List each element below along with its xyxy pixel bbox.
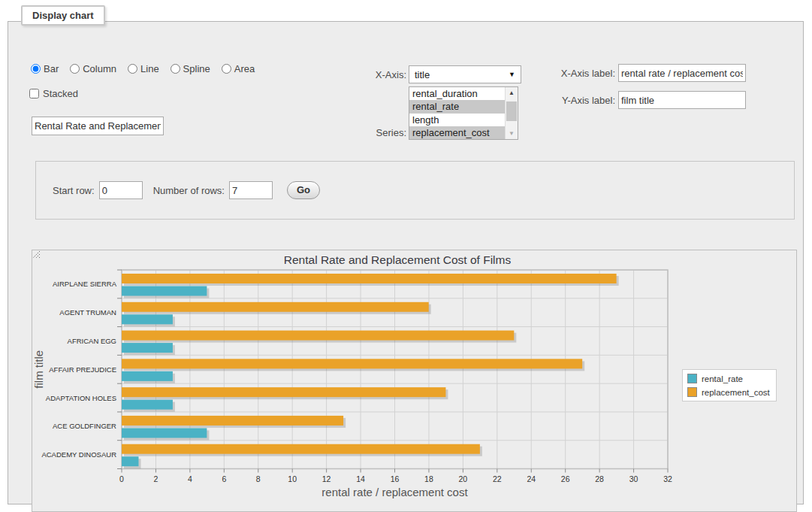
chart-type-label: Spline	[183, 63, 210, 74]
num-rows-label: Number of rows:	[153, 185, 225, 196]
bar-replacement_cost	[122, 444, 480, 454]
chart-type-radio-bar[interactable]	[31, 64, 41, 74]
svg-text:rental rate / replacement cost: rental rate / replacement cost	[321, 486, 468, 498]
bar-replacement_cost	[122, 359, 582, 368]
svg-text:18: 18	[424, 474, 433, 483]
chart-type-label: Column	[83, 63, 116, 74]
svg-text:16: 16	[391, 474, 400, 483]
scrollbar-track[interactable]	[506, 98, 518, 128]
chart-type-radio-column[interactable]	[70, 64, 80, 74]
chart-panel: AIRPLANE SIERRAAGENT TRUMANAFRICAN EGGAF…	[32, 250, 797, 512]
svg-text:26: 26	[561, 474, 570, 483]
svg-text:20: 20	[459, 474, 468, 483]
chevron-down-icon: ▼	[509, 71, 515, 78]
svg-text:6: 6	[222, 474, 226, 483]
chart-type-radio-area[interactable]	[222, 64, 231, 74]
svg-text:ACE GOLDFINGER: ACE GOLDFINGER	[53, 422, 116, 430]
scrollbar-thumb[interactable]	[506, 101, 517, 121]
go-button[interactable]: Go	[287, 181, 320, 199]
bar-replacement_cost	[122, 274, 617, 283]
svg-text:14: 14	[356, 474, 365, 483]
stacked-checkbox[interactable]	[29, 89, 39, 98]
chart-type-spline[interactable]: Spline	[171, 63, 210, 74]
stacked-label: Stacked	[43, 88, 78, 99]
bar-rental_rate	[122, 371, 173, 381]
svg-text:ADAPTATION HOLES: ADAPTATION HOLES	[46, 394, 116, 402]
resize-handle-icon[interactable]	[32, 250, 41, 259]
y-axis-label-input[interactable]	[618, 91, 746, 109]
bar-replacement_cost	[122, 387, 445, 397]
chart-type-area[interactable]: Area	[222, 63, 255, 74]
x-tick-labels: 02468101214161820222426283032	[119, 474, 672, 483]
svg-text:AFRICAN EGG: AFRICAN EGG	[68, 337, 116, 345]
svg-text:Rental Rate and Replacement Co: Rental Rate and Replacement Cost of Film…	[284, 253, 512, 266]
chart-type-group: BarColumnLineSplineArea	[31, 63, 255, 74]
svg-text:film title: film title	[32, 350, 45, 389]
scroll-down-icon[interactable]: ▼	[506, 128, 518, 139]
num-rows-input[interactable]	[229, 181, 273, 199]
page: BarColumnLineSplineArea Stacked X-Axis: …	[0, 0, 812, 512]
x-axis-caption: X-Axis:	[324, 69, 406, 80]
svg-text:ACADEMY DINOSAUR: ACADEMY DINOSAUR	[41, 450, 116, 459]
series-option-rental_rate[interactable]: rental_rate	[409, 100, 505, 113]
svg-text:4: 4	[188, 474, 192, 483]
svg-text:8: 8	[256, 474, 261, 483]
chart-type-radio-line[interactable]	[128, 64, 137, 74]
start-row-input[interactable]	[99, 181, 143, 199]
display-chart-fieldset: BarColumnLineSplineArea Stacked X-Axis: …	[8, 21, 804, 504]
svg-text:28: 28	[595, 474, 604, 483]
series-option-length[interactable]: length	[409, 114, 505, 126]
chart-type-bar[interactable]: Bar	[31, 63, 59, 74]
bar-rental_rate	[122, 456, 138, 466]
chart-type-column[interactable]: Column	[70, 63, 116, 74]
svg-text:30: 30	[629, 474, 638, 483]
bar-rental_rate	[122, 314, 173, 324]
bar-replacement_cost	[122, 302, 429, 312]
scroll-up-icon[interactable]: ▲	[506, 87, 518, 98]
y-axis-title: film title	[32, 350, 45, 389]
svg-text:AIRPLANE SIERRA: AIRPLANE SIERRA	[53, 280, 117, 288]
bar-rental_rate	[122, 428, 207, 438]
chart-type-label: Bar	[44, 63, 59, 74]
x-axis-selected-value: title	[415, 69, 430, 80]
x-axis-select[interactable]: title ▼	[409, 65, 521, 83]
x-axis-label-input[interactable]	[618, 64, 746, 82]
series-option-rental_duration[interactable]: rental_duration	[409, 87, 505, 100]
display-chart-legend: Display chart	[21, 5, 105, 26]
series-multiselect[interactable]: rental_durationrental_ratelengthreplacem…	[409, 86, 518, 140]
svg-text:AFFAIR PREJUDICE: AFFAIR PREJUDICE	[49, 365, 116, 374]
svg-text:22: 22	[493, 474, 502, 483]
x-axis-title: rental rate / replacement cost	[321, 486, 468, 498]
svg-text:AGENT TRUMAN: AGENT TRUMAN	[59, 308, 116, 317]
chart-title-input[interactable]	[32, 117, 164, 135]
row-range-box: Start row: Number of rows: Go	[35, 161, 795, 220]
legend-swatch-icon	[687, 387, 697, 397]
legend-swatch-icon	[687, 374, 697, 383]
axis-tick-marks	[117, 270, 668, 473]
legend-item-replacement_cost: replacement_cost	[687, 387, 770, 397]
series-scrollbar[interactable]: ▲ ▼	[505, 87, 518, 139]
svg-text:24: 24	[527, 474, 536, 483]
category-labels: AIRPLANE SIERRAAGENT TRUMANAFRICAN EGGAF…	[41, 280, 116, 459]
chart-type-line[interactable]: Line	[128, 63, 159, 74]
legend-label: replacement_cost	[702, 388, 770, 397]
start-row-label: Start row:	[53, 185, 95, 196]
series-option-replacement_cost[interactable]: replacement_cost	[409, 126, 505, 139]
series-caption: Series:	[324, 127, 406, 138]
series-options: rental_durationrental_ratelengthreplacem…	[409, 87, 505, 139]
chart-type-label: Area	[234, 63, 255, 74]
svg-text:2: 2	[154, 474, 158, 483]
bar-rental_rate	[122, 286, 207, 296]
bar-replacement_cost	[122, 331, 514, 341]
y-axis-label-caption: Y-Axis label:	[527, 95, 615, 106]
svg-text:0: 0	[119, 474, 124, 483]
legend-label: rental_rate	[702, 374, 743, 383]
bar-rental_rate	[122, 343, 173, 353]
x-axis-label-caption: X-Axis label:	[527, 68, 615, 79]
chart-legend: rental_ratereplacement_cost	[682, 369, 777, 401]
svg-text:32: 32	[663, 474, 672, 483]
chart-type-radio-spline[interactable]	[171, 64, 180, 74]
bar-replacement_cost	[122, 416, 343, 426]
chart-type-label: Line	[140, 63, 159, 74]
bar-rental_rate	[122, 400, 173, 410]
